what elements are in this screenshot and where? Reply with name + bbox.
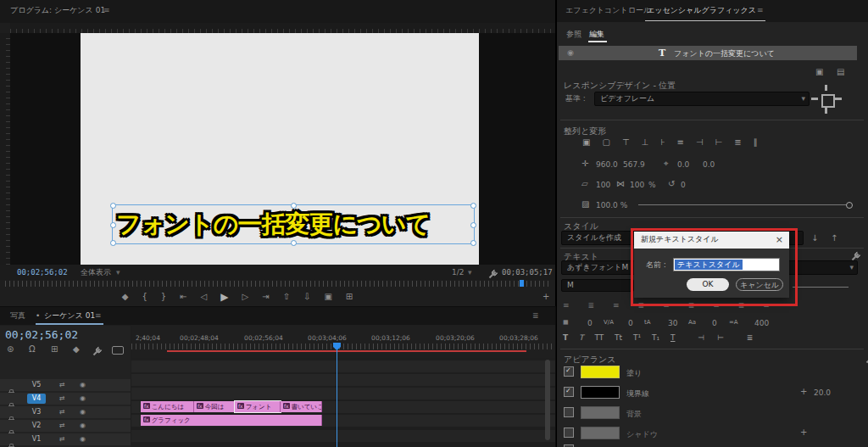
settings-wrench-icon[interactable] xyxy=(487,270,498,280)
mark-out-icon[interactable]: } xyxy=(161,293,166,301)
clip-graphic[interactable]: fxグラフィック xyxy=(141,415,322,426)
panel-menu-icon[interactable]: ≡ xyxy=(95,312,102,320)
track-lane-a1[interactable] xyxy=(131,430,555,442)
sync-lock-icon[interactable]: ⇄ xyxy=(59,409,65,416)
track-badge-v2[interactable]: V2 xyxy=(27,421,46,431)
add-marker-icon[interactable]: ◆ xyxy=(122,293,129,301)
layer-eye-icon[interactable]: ◉ xyxy=(567,49,574,57)
font-size-slider[interactable] xyxy=(793,287,849,288)
text-direction-icon[interactable]: ⊣ xyxy=(698,333,704,342)
subscript-icon[interactable]: T₁ xyxy=(652,333,659,342)
resize-handle[interactable] xyxy=(470,240,476,246)
dialog-close-icon[interactable]: × xyxy=(776,234,783,245)
add-marker-icon[interactable]: ◆ xyxy=(73,345,80,354)
zoom-dropdown[interactable]: 1/2 xyxy=(452,269,464,277)
responsive-base-dropdown[interactable]: ビデオフレーム▾ xyxy=(594,92,810,106)
add-stroke-icon[interactable]: + xyxy=(800,388,807,396)
underline-icon[interactable]: T xyxy=(670,333,676,342)
tsume-value[interactable]: 0 xyxy=(587,319,593,327)
timeline-scrollbar[interactable] xyxy=(545,360,550,440)
tab-effect-controls[interactable]: エフェクトコントロール xyxy=(565,7,651,14)
style-name-input[interactable]: テキストスタイル xyxy=(673,258,780,271)
track-lane-v2[interactable]: fxこんにちは fx今回は fxフォント fx書いていこ xyxy=(131,401,555,413)
track-badge-v5[interactable]: V5 xyxy=(27,380,46,390)
tracking-value[interactable]: 0 xyxy=(628,319,633,327)
text-direction-icon[interactable]: ⊢ xyxy=(717,333,724,342)
stroke-width-value[interactable]: 20.0 xyxy=(814,388,831,397)
track-eye-icon[interactable]: ◉ xyxy=(80,409,86,416)
subtab-edit[interactable]: 編集 xyxy=(589,31,604,38)
new-layer-icon[interactable]: ▣ xyxy=(815,68,823,76)
fill-color-swatch[interactable] xyxy=(581,366,620,378)
track-eye-icon[interactable]: ◉ xyxy=(80,382,86,388)
preview-title-text[interactable]: フォントの一括変更について xyxy=(116,208,430,242)
comparison-view-icon[interactable]: ⊞ xyxy=(346,293,353,301)
export-frame-icon[interactable]: ▣ xyxy=(324,293,331,301)
position-y-value[interactable]: 567.9 xyxy=(623,160,645,169)
fill-checkbox[interactable] xyxy=(564,366,574,377)
pin-to-video-frame-icon[interactable] xyxy=(811,85,842,114)
linked-selection-icon[interactable]: ⊞ xyxy=(51,345,58,354)
timeline-tab-active[interactable]: シーケンス 01 xyxy=(44,312,95,320)
resize-handle[interactable] xyxy=(470,203,476,209)
lift-icon[interactable]: ⇧ xyxy=(283,293,290,301)
superscript-icon[interactable]: T¹ xyxy=(633,333,641,342)
go-to-in-icon[interactable]: ⇤ xyxy=(180,293,186,301)
mark-in-icon[interactable]: { xyxy=(142,293,147,301)
track-badge-v3[interactable]: V3 xyxy=(27,407,46,417)
extract-icon[interactable]: ⇩ xyxy=(303,293,310,301)
track-eye-icon[interactable]: ◉ xyxy=(80,436,86,443)
subtab-browse[interactable]: 参照 xyxy=(566,31,581,38)
fit-dropdown[interactable]: 全体表示 xyxy=(81,269,111,277)
position-x-value[interactable]: 960.0 xyxy=(596,160,618,169)
track-eye-icon[interactable]: ◉ xyxy=(80,422,86,429)
background-checkbox[interactable] xyxy=(564,407,574,417)
layer-row-selected[interactable]: ◉ T フォントの一括変更について xyxy=(559,46,857,60)
program-scrubber[interactable] xyxy=(5,281,550,287)
program-playhead[interactable] xyxy=(520,280,524,287)
go-to-out-icon[interactable]: ⇥ xyxy=(262,293,269,301)
resize-handle[interactable] xyxy=(110,240,116,246)
link-scale-icon[interactable]: ⋈ xyxy=(616,180,625,188)
program-panel-tab[interactable]: プログラム: シーケンス 01 xyxy=(10,7,105,14)
button-editor-plus-icon[interactable]: + xyxy=(542,293,549,301)
leading-extra-icon[interactable]: ≣ xyxy=(747,333,754,342)
anchor-x-value[interactable]: 0.0 xyxy=(677,160,689,169)
dialog-title-bar[interactable]: 新規テキストスタイル × xyxy=(634,232,789,249)
track-lane-v1[interactable]: fxグラフィック xyxy=(131,415,555,427)
kerning-value[interactable]: 0 xyxy=(712,319,717,327)
track-eye-icon[interactable]: ◉ xyxy=(80,395,86,402)
scale-y-value[interactable]: 100 xyxy=(630,181,644,189)
cancel-button[interactable]: キャンセル xyxy=(736,278,783,291)
timeline-playhead-line[interactable] xyxy=(337,344,337,447)
timeline-ruler[interactable] xyxy=(131,326,555,358)
timeline-timecode[interactable]: 00;02;56;02 xyxy=(5,328,78,341)
track-badge-v4[interactable]: V4 xyxy=(27,394,46,404)
all-caps-icon[interactable]: TT xyxy=(594,333,604,342)
font-style-dropdown[interactable]: M xyxy=(561,279,634,292)
opacity-slider-knob[interactable] xyxy=(846,202,853,209)
resize-handle[interactable] xyxy=(470,222,476,228)
panel-menu-icon[interactable]: ≡ xyxy=(103,7,110,14)
timeline-tab-other[interactable]: 写真 xyxy=(10,312,25,320)
current-timecode[interactable]: 00;02;56;02 xyxy=(17,269,68,277)
anchor-y-value[interactable]: 0.0 xyxy=(703,160,715,169)
timeline-settings-icon[interactable]: ≣ xyxy=(532,311,539,320)
shadow-checkbox[interactable] xyxy=(564,427,574,438)
stroke-color-swatch[interactable] xyxy=(581,386,620,399)
track-lane-v3[interactable] xyxy=(131,388,555,400)
small-caps-icon[interactable]: Tt xyxy=(615,333,622,342)
appearance-wrench-icon[interactable] xyxy=(865,355,868,365)
delete-layer-icon[interactable]: ▤ xyxy=(837,68,844,76)
rotation-value[interactable]: 0 xyxy=(681,181,686,189)
opacity-slider[interactable] xyxy=(638,204,849,205)
shadow-color-swatch[interactable] xyxy=(581,427,620,439)
faux-bold-icon[interactable]: T xyxy=(563,333,568,342)
push-style-down-icon[interactable]: ↓ xyxy=(811,234,818,243)
step-forward-icon[interactable]: ▷ xyxy=(242,293,249,301)
add-shadow-icon[interactable]: + xyxy=(800,428,807,437)
layer-name[interactable]: フォントの一括変更について xyxy=(674,50,775,58)
faux-italic-icon[interactable]: T xyxy=(579,333,584,342)
tab-essential-graphics[interactable]: エッセンシャルグラフィックス xyxy=(647,7,756,14)
captions-icon[interactable] xyxy=(112,346,124,355)
